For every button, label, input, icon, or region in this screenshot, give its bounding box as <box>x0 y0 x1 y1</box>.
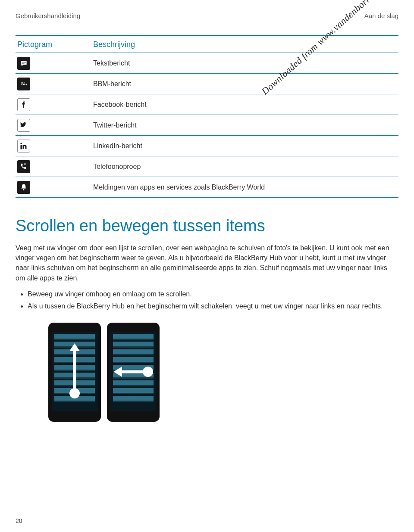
table-header-beschrijving: Beschrijving <box>93 40 398 49</box>
facebook-icon <box>17 98 30 111</box>
svg-rect-11 <box>21 145 22 149</box>
row-desc: Telefoonoproep <box>93 163 398 171</box>
svg-point-12 <box>21 143 22 144</box>
svg-point-8 <box>23 84 24 85</box>
bbm-icon <box>17 78 30 90</box>
svg-point-10 <box>26 84 27 85</box>
chapter-title: Aan de slag <box>364 12 398 19</box>
section-paragraph: Veeg met uw vinger om door een lijst te … <box>16 243 398 283</box>
row-desc: Facebook-bericht <box>93 101 398 109</box>
arrow-horizontal-icon <box>112 363 155 380</box>
page-number: 20 <box>16 517 22 524</box>
list-item: Als u tussen de BlackBerry Hub en het be… <box>28 301 398 311</box>
section-heading: Scrollen en bewegen tussen items <box>16 217 398 235</box>
list-item: Beweeg uw vinger omhoog en omlaag om te … <box>28 289 398 299</box>
row-desc: Twitter-bericht <box>93 121 398 129</box>
table-row: Tekstbericht <box>16 53 398 74</box>
bullet-list: Beweeg uw vinger omhoog en omlaag om te … <box>16 289 398 311</box>
table-row: Twitter-bericht <box>16 115 398 136</box>
table-row: LinkedIn-bericht <box>16 136 398 156</box>
arrow-vertical-icon <box>66 342 83 402</box>
svg-marker-15 <box>69 343 80 351</box>
table-row: BBM-bericht <box>16 74 398 94</box>
svg-rect-2 <box>22 62 26 62</box>
svg-point-6 <box>24 82 25 84</box>
svg-marker-1 <box>22 65 23 66</box>
table-row: Telefoonoproep <box>16 156 398 177</box>
bell-icon <box>17 181 30 194</box>
illustration-phones <box>48 323 398 422</box>
row-desc: BBM-bericht <box>93 80 398 88</box>
table-header-pictogram: Pictogram <box>16 40 93 49</box>
svg-point-16 <box>69 388 80 398</box>
linkedin-icon <box>17 140 30 152</box>
svg-point-4 <box>21 82 22 84</box>
phone-illustration-swipe-horizontal <box>107 323 160 422</box>
phone-illustration-scroll-vertical <box>48 323 101 422</box>
row-desc: LinkedIn-bericht <box>93 142 398 150</box>
svg-point-5 <box>22 82 23 84</box>
twitter-icon <box>17 119 30 132</box>
svg-marker-18 <box>113 367 122 377</box>
svg-point-13 <box>23 189 25 190</box>
phone-call-icon <box>17 160 30 173</box>
text-message-icon <box>17 57 30 70</box>
svg-point-7 <box>22 84 23 85</box>
row-desc: Tekstbericht <box>93 59 398 67</box>
table-header-row: Pictogram Beschrijving <box>16 35 398 53</box>
doc-title: Gebruikershandleiding <box>16 12 80 19</box>
table-row: Facebook-bericht <box>16 94 398 115</box>
row-desc: Meldingen van apps en services zoals Bla… <box>93 184 398 191</box>
svg-point-9 <box>24 84 25 85</box>
svg-rect-0 <box>21 61 26 65</box>
svg-point-19 <box>143 367 153 377</box>
table-row: Meldingen van apps en services zoals Bla… <box>16 177 398 198</box>
svg-rect-3 <box>22 63 25 63</box>
